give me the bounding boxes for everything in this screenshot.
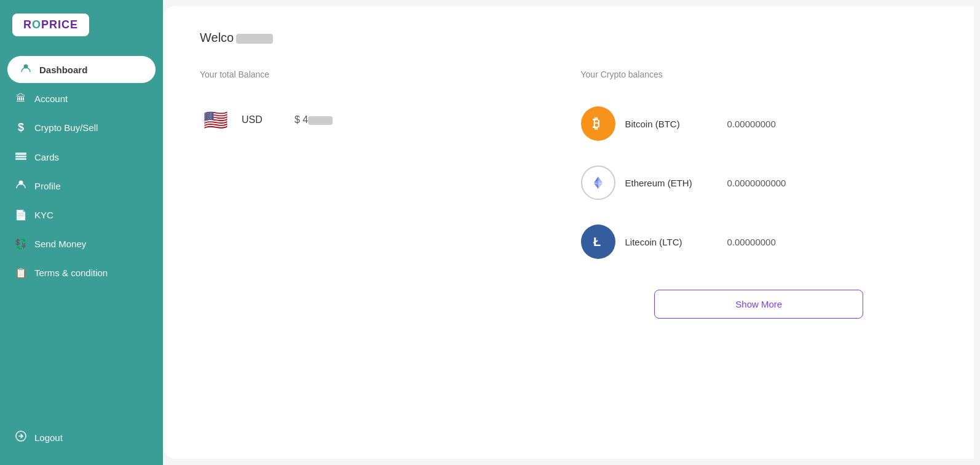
main-content: Welco Your total Balance 🇺🇸 USD $ 4 Your…	[163, 6, 974, 459]
ltc-balance: 0.00000000	[727, 237, 776, 247]
dashboard-grid: Your total Balance 🇺🇸 USD $ 4 Your Crypt…	[200, 70, 937, 319]
sidebar-item-send-money-label: Send Money	[34, 239, 86, 249]
welcome-blur	[236, 34, 273, 44]
eth-balance: 0.0000000000	[727, 178, 786, 188]
logout-icon	[15, 431, 27, 444]
cards-icon	[15, 151, 27, 162]
usd-flag: 🇺🇸	[200, 104, 232, 136]
btc-balance: 0.00000000	[727, 119, 776, 129]
welcome-header: Welco	[200, 31, 937, 45]
eth-icon	[581, 165, 615, 200]
logo-container: ROPRICE	[0, 0, 163, 55]
show-more-button[interactable]: Show More	[654, 290, 863, 319]
sidebar-item-account[interactable]: 🏛 Account	[0, 84, 163, 113]
crypto-section: Your Crypto balances ₿ Bitcoin (BTC) 0.0…	[581, 70, 938, 319]
sidebar-item-crypto-label: Crypto Buy/Sell	[34, 122, 98, 133]
kyc-icon: 📄	[15, 209, 27, 221]
terms-icon: 📋	[15, 267, 27, 279]
sidebar-item-send-money[interactable]: 💱 Send Money	[0, 229, 163, 258]
sidebar-item-kyc[interactable]: 📄 KYC	[0, 201, 163, 229]
usd-amount: $ 4	[294, 114, 333, 125]
sidebar-item-profile-label: Profile	[34, 181, 61, 191]
sidebar-item-crypto-buy-sell[interactable]: $ Crypto Buy/Sell	[0, 113, 163, 143]
sidebar-item-cards-label: Cards	[34, 152, 59, 162]
account-icon: 🏛	[15, 93, 27, 104]
eth-row: Ethereum (ETH) 0.0000000000	[581, 153, 938, 212]
sidebar-item-terms-label: Terms & condition	[34, 268, 108, 278]
sidebar-item-dashboard[interactable]: Dashboard	[7, 56, 156, 83]
balance-section-title: Your total Balance	[200, 70, 556, 79]
sidebar-item-terms[interactable]: 📋 Terms & condition	[0, 258, 163, 287]
profile-icon	[15, 180, 27, 192]
sidebar-item-profile[interactable]: Profile	[0, 171, 163, 201]
svg-rect-2	[15, 156, 26, 157]
svg-rect-1	[15, 153, 26, 155]
svg-text:Ł: Ł	[593, 235, 601, 248]
send-money-icon: 💱	[15, 238, 27, 250]
usd-balance-row: 🇺🇸 USD $ 4	[200, 94, 556, 146]
btc-name: Bitcoin (BTC)	[625, 119, 717, 129]
sidebar: ROPRICE Dashboard 🏛 Account $ Crypto Buy…	[0, 0, 163, 465]
logo-box: ROPRICE	[12, 14, 89, 36]
sidebar-item-account-label: Account	[34, 93, 68, 104]
sidebar-item-kyc-label: KYC	[34, 210, 53, 220]
usd-label: USD	[242, 114, 272, 125]
ltc-name: Litecoin (LTC)	[625, 237, 717, 247]
crypto-icon: $	[15, 121, 27, 134]
logo-text: ROPRICE	[23, 18, 78, 31]
svg-text:₿: ₿	[593, 116, 599, 131]
dashboard-icon	[20, 63, 32, 76]
crypto-section-title: Your Crypto balances	[581, 70, 938, 79]
svg-rect-3	[15, 158, 26, 160]
nav-menu: Dashboard 🏛 Account $ Crypto Buy/Sell Ca…	[0, 55, 163, 465]
sidebar-item-dashboard-label: Dashboard	[39, 65, 87, 75]
ltc-icon: Ł	[581, 225, 615, 259]
logout-label: Logout	[34, 432, 63, 443]
eth-name: Ethereum (ETH)	[625, 178, 717, 188]
btc-icon: ₿	[581, 106, 615, 141]
btc-row: ₿ Bitcoin (BTC) 0.00000000	[581, 94, 938, 153]
balance-section: Your total Balance 🇺🇸 USD $ 4	[200, 70, 556, 146]
logout-button[interactable]: Logout	[0, 422, 163, 453]
ltc-row: Ł Litecoin (LTC) 0.00000000	[581, 212, 938, 271]
amount-blur	[308, 116, 333, 125]
sidebar-item-cards[interactable]: Cards	[0, 143, 163, 171]
